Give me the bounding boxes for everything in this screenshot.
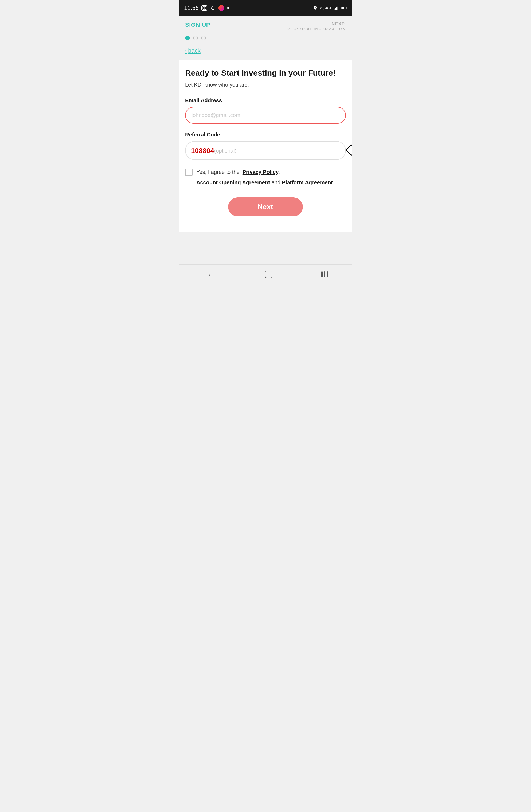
svg-point-1 xyxy=(204,8,205,9)
battery-icon xyxy=(341,6,347,10)
arrow-svg xyxy=(346,141,352,159)
arrow-annotation xyxy=(346,141,352,160)
platform-agreement-link[interactable]: Platform Agreement xyxy=(282,179,332,185)
email-field-label: Email Address xyxy=(185,98,346,104)
step-dot-3 xyxy=(201,35,206,40)
svg-rect-0 xyxy=(203,6,206,10)
home-nav-button[interactable] xyxy=(265,271,272,278)
main-heading: Ready to Start Investing in your Future! xyxy=(185,68,346,78)
account-opening-link[interactable]: Account Opening Agreement xyxy=(196,179,270,185)
top-navigation: SIGN UP NEXT: PERSONAL INFORMATION xyxy=(179,16,352,34)
email-field-group: Email Address xyxy=(185,98,346,124)
status-right-icons: Vo) 4G+ xyxy=(313,5,347,11)
network-label: Vo) 4G+ xyxy=(320,6,331,10)
notification-dot: • xyxy=(227,4,229,12)
svg-rect-10 xyxy=(341,7,344,9)
privacy-policy-link[interactable]: Privacy Policy, xyxy=(243,169,280,175)
sub-heading: Let KDI know who you are. xyxy=(185,82,346,88)
svg-rect-9 xyxy=(346,8,346,9)
next-button[interactable]: Next xyxy=(228,198,303,216)
checkbox-text: Yes, I agree to the Privacy Policy, xyxy=(196,168,279,176)
next-sublabel: PERSONAL INFORMATION xyxy=(287,27,346,31)
next-button-container: Next xyxy=(185,198,346,222)
form-area: Ready to Start Investing in your Future!… xyxy=(179,60,352,232)
agreements-area: Yes, I agree to the Privacy Policy, Acco… xyxy=(185,168,346,187)
email-input-wrapper xyxy=(185,107,346,124)
svg-point-2 xyxy=(205,7,205,7)
time-display: 11:56 xyxy=(184,4,199,12)
email-input[interactable] xyxy=(185,107,346,124)
back-label: back xyxy=(188,47,200,54)
step-dot-2 xyxy=(193,35,198,40)
back-chevron: ‹ xyxy=(185,47,187,54)
status-bar: 11:56 L • Vo) 4G+ xyxy=(179,0,352,16)
bottom-nav-bar: ‹ xyxy=(179,264,352,284)
next-section: NEXT: PERSONAL INFORMATION xyxy=(287,21,346,31)
main-content: SIGN UP NEXT: PERSONAL INFORMATION ‹ bac… xyxy=(179,16,352,264)
agreements-links-text: Account Opening Agreement and Platform A… xyxy=(196,178,346,187)
recents-nav-button[interactable] xyxy=(321,271,328,277)
timer-icon xyxy=(210,5,216,11)
svg-rect-7 xyxy=(338,7,338,10)
back-link[interactable]: ‹ back xyxy=(179,45,207,60)
lazada-icon: L xyxy=(218,5,224,11)
bottom-space xyxy=(179,232,352,264)
svg-rect-6 xyxy=(336,7,337,10)
svg-rect-4 xyxy=(334,9,334,10)
status-time-area: 11:56 L • xyxy=(184,4,229,12)
svg-rect-5 xyxy=(335,8,336,10)
instagram-icon xyxy=(201,5,207,11)
svg-marker-11 xyxy=(346,143,352,157)
referral-field-label: Referral Code xyxy=(185,132,346,138)
step-dot-1 xyxy=(185,35,190,40)
alarm-icon xyxy=(313,5,318,11)
referral-input[interactable] xyxy=(185,141,346,160)
signup-label: SIGN UP xyxy=(185,21,210,28)
referral-field-group: Referral Code 108804 (optional) xyxy=(185,132,346,160)
step-indicator xyxy=(179,34,352,45)
next-label: NEXT: xyxy=(287,21,346,27)
back-nav-button[interactable]: ‹ xyxy=(203,269,216,280)
signal-icon xyxy=(334,6,339,10)
checkbox-row: Yes, I agree to the Privacy Policy, xyxy=(185,168,346,176)
and-text: and xyxy=(272,179,282,185)
agree-checkbox[interactable] xyxy=(185,169,192,176)
